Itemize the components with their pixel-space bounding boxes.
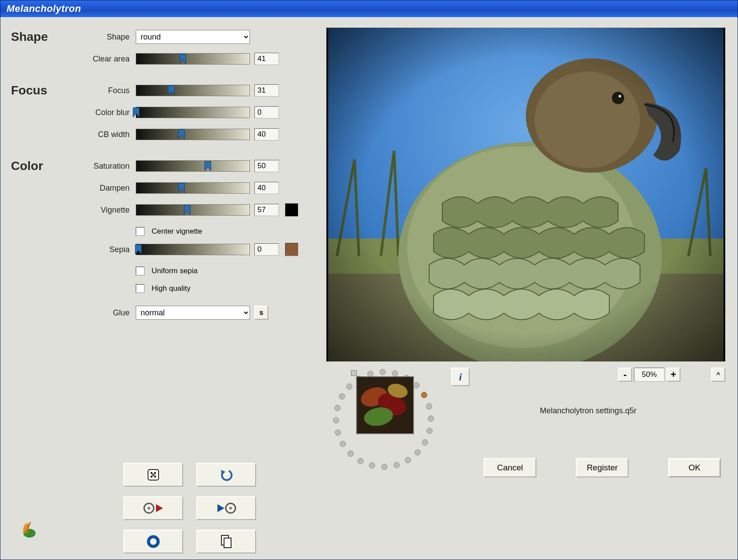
shape-combo[interactable]: round [136, 30, 250, 44]
preset-dot[interactable] [358, 458, 363, 464]
cb-width-label: CB width [76, 130, 136, 139]
svg-point-11 [151, 476, 153, 478]
preset-dot[interactable] [339, 394, 345, 399]
color-blur-value[interactable] [254, 106, 279, 119]
preset-dot[interactable] [428, 416, 434, 422]
load-preset-button[interactable] [123, 496, 183, 520]
disc-play-icon [143, 502, 164, 515]
ok-button[interactable]: OK [668, 458, 721, 477]
cb-width-value[interactable] [254, 128, 279, 141]
preset-dot[interactable] [421, 392, 427, 398]
undo-button[interactable] [196, 463, 256, 487]
clear-area-slider[interactable] [136, 53, 250, 65]
color-blur-label: Color blur [76, 108, 136, 117]
preset-dot[interactable] [368, 371, 373, 377]
preview-panel: i - 50% + ^ Melancholytron settings.q5r … [326, 28, 725, 553]
svg-point-16 [148, 507, 150, 509]
sepia-value[interactable] [254, 243, 279, 256]
settings-filename: Melancholytron settings.q5r [451, 406, 725, 415]
cancel-button[interactable]: Cancel [484, 458, 536, 477]
svg-point-21 [148, 537, 158, 546]
ring-icon [146, 535, 160, 549]
dialog-window: Melancholytron Shape Shape round Clear a… [0, 0, 738, 560]
preset-dot[interactable] [426, 404, 432, 409]
preset-dot[interactable] [380, 369, 386, 375]
svg-rect-34 [328, 28, 724, 361]
sepia-color-swatch[interactable] [285, 243, 298, 256]
collapse-button[interactable]: ^ [711, 368, 725, 382]
svg-marker-4 [205, 161, 211, 171]
svg-marker-17 [156, 504, 163, 512]
record-button[interactable] [123, 530, 183, 553]
sepia-slider[interactable] [136, 244, 250, 255]
glue-label: Glue [76, 308, 136, 318]
register-button[interactable]: Register [576, 458, 629, 477]
glue-combo[interactable]: normal [136, 306, 250, 320]
preset-dot[interactable] [335, 405, 340, 411]
svg-point-9 [151, 472, 153, 474]
svg-rect-23 [224, 538, 231, 548]
info-button[interactable]: i [451, 368, 470, 386]
dice-icon [145, 467, 161, 483]
preset-ring [326, 368, 441, 477]
sepia-label: Sepia [76, 245, 136, 254]
preset-dot[interactable] [335, 430, 341, 435]
save-preset-button[interactable] [196, 496, 256, 520]
preset-dot[interactable] [347, 384, 352, 390]
color-blur-slider[interactable] [136, 107, 250, 118]
preset-thumbnail[interactable] [356, 376, 414, 434]
zoom-out-button[interactable]: - [618, 368, 632, 382]
high-quality-checkbox[interactable] [136, 284, 145, 293]
preset-dot[interactable] [340, 441, 346, 447]
clear-area-value[interactable] [254, 53, 279, 65]
focus-slider[interactable] [136, 85, 250, 96]
info-icon: i [459, 371, 462, 383]
shape-label: Shape [76, 33, 136, 42]
focus-value[interactable] [254, 84, 279, 97]
randomize-button[interactable] [123, 463, 183, 487]
vignette-label: Vignette [76, 206, 136, 215]
center-vignette-checkbox[interactable] [136, 227, 145, 236]
svg-point-20 [229, 507, 232, 509]
dampen-value[interactable] [254, 182, 279, 194]
preset-dot[interactable] [381, 464, 387, 470]
uniform-sepia-label: Uniform sepia [152, 267, 198, 275]
focus-label: Focus [76, 86, 136, 95]
titlebar: Melancholytron [0, 0, 738, 17]
dampen-label: Dampen [76, 184, 136, 193]
copy-button[interactable] [196, 530, 256, 553]
ring-anchor-icon [351, 370, 357, 376]
controls-panel: Shape Shape round Clear area Focus [11, 28, 315, 553]
preset-dot[interactable] [333, 417, 339, 423]
glue-s-button[interactable]: s [254, 306, 268, 320]
dampen-slider[interactable] [136, 182, 250, 194]
preset-dot[interactable] [405, 457, 411, 463]
high-quality-label: High quality [152, 284, 191, 293]
zoom-in-button[interactable]: + [666, 368, 680, 382]
zoom-display: 50% [634, 368, 665, 382]
svg-marker-0 [180, 54, 186, 64]
vignette-slider[interactable] [136, 204, 250, 216]
svg-marker-18 [217, 504, 224, 512]
uniform-sepia-checkbox[interactable] [136, 267, 145, 275]
vignette-value[interactable] [254, 204, 279, 216]
preset-dot[interactable] [415, 449, 420, 455]
svg-point-13 [152, 474, 155, 476]
preset-dot[interactable] [427, 428, 432, 434]
preview-image[interactable] [326, 28, 725, 361]
saturation-value[interactable] [254, 160, 279, 172]
svg-marker-3 [178, 130, 184, 139]
svg-point-12 [154, 476, 156, 478]
preset-dot[interactable] [394, 462, 399, 468]
svg-marker-1 [168, 86, 174, 95]
preset-dot[interactable] [392, 371, 398, 376]
preset-dot[interactable] [422, 440, 428, 445]
saturation-slider[interactable] [136, 160, 250, 172]
preset-dot[interactable] [369, 462, 375, 468]
shape-heading: Shape [11, 30, 48, 43]
cb-width-slider[interactable] [136, 129, 250, 140]
preset-dot[interactable] [413, 383, 419, 388]
preset-dot[interactable] [348, 451, 354, 456]
svg-marker-7 [135, 245, 141, 254]
vignette-color-swatch[interactable] [285, 203, 298, 217]
